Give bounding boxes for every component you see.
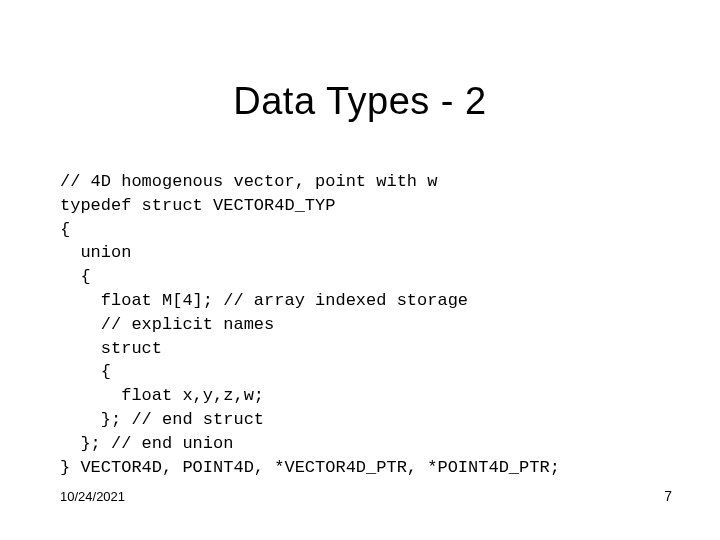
code-line: }; // end union xyxy=(60,434,233,453)
code-line: } VECTOR4D, POINT4D, *VECTOR4D_PTR, *POI… xyxy=(60,458,560,477)
code-line: { xyxy=(60,362,111,381)
code-line: }; // end struct xyxy=(60,410,264,429)
footer-date: 10/24/2021 xyxy=(60,489,125,504)
code-line: float M[4]; // array indexed storage xyxy=(60,291,468,310)
code-line: union xyxy=(60,243,131,262)
code-line: typedef struct VECTOR4D_TYP xyxy=(60,196,335,215)
slide: Data Types - 2 // 4D homogenous vector, … xyxy=(0,0,720,540)
code-line: // 4D homogenous vector, point with w xyxy=(60,172,437,191)
code-line: { xyxy=(60,220,70,239)
footer-page-number: 7 xyxy=(664,488,672,504)
code-line: struct xyxy=(60,339,162,358)
code-block: // 4D homogenous vector, point with w ty… xyxy=(60,170,670,479)
code-line: { xyxy=(60,267,91,286)
code-line: float x,y,z,w; xyxy=(60,386,264,405)
slide-title: Data Types - 2 xyxy=(0,80,720,123)
code-line: // explicit names xyxy=(60,315,274,334)
